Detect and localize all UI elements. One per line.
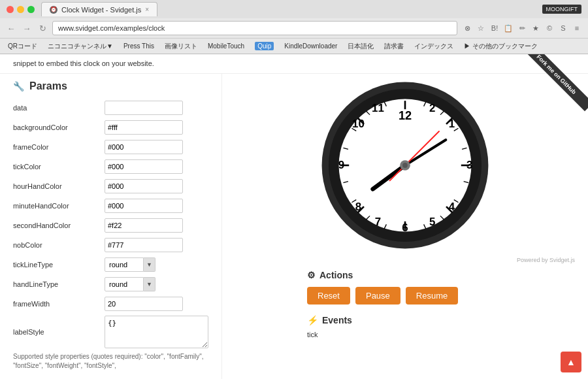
clock-svg: 12 1 3 4 5 6 7 8 9 10 11 2 xyxy=(320,80,490,250)
param-input-minuteHandColor[interactable] xyxy=(105,199,183,213)
bookmark-images-label: 画像リスト xyxy=(165,42,197,51)
param-row: hourHandColor xyxy=(13,178,208,194)
param-label-data: data xyxy=(13,104,105,112)
param-textarea-labelStyle[interactable] xyxy=(105,316,208,348)
param-select-arrow-handLineType[interactable]: ▼ xyxy=(144,277,155,291)
bookmark-images[interactable]: 画像リスト xyxy=(162,41,200,52)
param-row: frameColor xyxy=(13,139,208,155)
svg-text:8: 8 xyxy=(355,200,361,212)
forward-button[interactable]: → xyxy=(21,22,33,34)
bookmark-more[interactable]: ▶ その他のブックマーク xyxy=(461,41,540,52)
supported-text: Supported style properties (quotes requi… xyxy=(13,352,208,371)
actions-title: Actions xyxy=(319,270,353,280)
resume-button[interactable]: Resume xyxy=(406,287,458,305)
stop-icon[interactable]: ⊗ xyxy=(461,22,473,34)
param-label-minuteHandColor: minuteHandColor xyxy=(13,202,105,210)
ext2-icon[interactable]: 📋 xyxy=(502,22,514,34)
actions-buttons: Reset Pause Resume xyxy=(307,287,503,305)
svg-text:2: 2 xyxy=(429,102,435,114)
param-input-frameColor[interactable] xyxy=(105,140,183,154)
events-header: ⚡ Events xyxy=(307,315,503,325)
browser-chrome: ⏰ Clock Widget - Svidget.js × MOONGIFT ←… xyxy=(0,0,588,54)
bookmark-press[interactable]: Press This xyxy=(121,42,157,50)
traffic-lights xyxy=(7,6,35,13)
param-label-tickLineType: tickLineType xyxy=(13,261,105,269)
param-input-backgroundColor[interactable] xyxy=(105,120,183,135)
minimize-light[interactable] xyxy=(17,6,24,13)
bookmark-invoice[interactable]: 請求書 xyxy=(382,41,406,52)
tab-close-button[interactable]: × xyxy=(145,6,149,13)
moongift-badge: MOONGIFT xyxy=(542,5,582,14)
param-input-secondHandColor[interactable] xyxy=(105,218,183,233)
bookmark-press-label: Press This xyxy=(123,42,154,50)
param-input-frameWidth[interactable] xyxy=(105,297,183,311)
param-input-hourHandColor[interactable] xyxy=(105,179,183,193)
tab-favicon: ⏰ xyxy=(50,6,57,14)
svg-text:1: 1 xyxy=(449,117,455,129)
ext6-icon[interactable]: S xyxy=(557,22,569,34)
param-label-labelStyle: labelStyle xyxy=(13,328,105,336)
fork-ribbon[interactable]: Fork me on GitHub xyxy=(523,54,588,120)
bookmark-nico-label: ニコニコチャンネル▼ xyxy=(48,42,113,51)
bookmark-invoice-label: 請求書 xyxy=(384,42,404,51)
bookmark-index-label: インデックス xyxy=(414,42,453,51)
param-row: backgroundColor xyxy=(13,120,208,135)
back-button[interactable]: ← xyxy=(5,22,17,34)
star-icon[interactable]: ☆ xyxy=(475,22,487,34)
pause-button[interactable]: Pause xyxy=(355,287,400,305)
wrench-icon: 🔧 xyxy=(13,81,24,91)
reset-button[interactable]: Reset xyxy=(307,287,350,305)
param-select-arrow-tickLineType[interactable]: ▼ xyxy=(144,257,155,272)
bookmark-jp[interactable]: 日本語化 xyxy=(345,41,376,52)
bookmark-qr[interactable]: QRコード xyxy=(5,41,40,52)
close-light[interactable] xyxy=(7,6,14,13)
bookmark-quip[interactable]: Quip xyxy=(252,41,276,51)
bookmark-kindle[interactable]: KindleDownloader xyxy=(282,42,340,50)
param-row: secondHandColor xyxy=(13,218,208,233)
ext1-icon[interactable]: B! xyxy=(489,22,500,34)
actions-header: ⚙ Actions xyxy=(307,270,503,280)
param-label-frameColor: frameColor xyxy=(13,143,105,151)
intro-text: snippet to embed this clock on your webs… xyxy=(0,54,588,74)
param-input-nobColor[interactable] xyxy=(105,238,183,252)
param-row: tickColor xyxy=(13,159,208,174)
maximize-light[interactable] xyxy=(27,6,35,13)
svg-text:10: 10 xyxy=(352,117,365,129)
param-label-backgroundColor: backgroundColor xyxy=(13,124,105,131)
param-select-display-handLineType[interactable]: round xyxy=(105,277,144,291)
param-label-tickColor: tickColor xyxy=(13,163,105,171)
fork-ribbon-text: Fork me on GitHub xyxy=(523,54,588,111)
address-field[interactable]: www.svidget.com/examples/clock xyxy=(52,21,457,35)
bookmark-mobile[interactable]: MobileTouch xyxy=(205,42,247,50)
scroll-top-button[interactable]: ▲ xyxy=(561,352,581,372)
param-label-handLineType: handLineType xyxy=(13,280,105,288)
bookmark-quip-label: Quip xyxy=(255,42,274,50)
param-select-display-tickLineType[interactable]: round xyxy=(105,257,144,272)
param-row: minuteHandColor xyxy=(13,198,208,214)
svg-text:5: 5 xyxy=(429,216,435,228)
bookmark-index[interactable]: インデックス xyxy=(412,41,456,52)
ext4-icon[interactable]: ★ xyxy=(530,22,542,34)
gear-icon: ⚙ xyxy=(307,270,316,280)
title-bar: ⏰ Clock Widget - Svidget.js × MOONGIFT xyxy=(0,0,588,18)
main-content: Fork me on GitHub snippet to embed this … xyxy=(0,54,588,379)
address-text: www.svidget.com/examples/clock xyxy=(58,24,165,32)
param-input-data[interactable] xyxy=(105,101,183,115)
clock-container: 12 1 3 4 5 6 7 8 9 10 11 2 xyxy=(320,80,490,250)
menu-icon[interactable]: ≡ xyxy=(571,22,583,34)
svg-point-44 xyxy=(402,163,408,168)
browser-actions: ⊗ ☆ B! 📋 ✏ ★ © S ≡ xyxy=(461,22,583,34)
svg-text:11: 11 xyxy=(372,102,384,114)
param-row: nobColor xyxy=(13,237,208,253)
ext5-icon[interactable]: © xyxy=(544,22,555,34)
ext3-icon[interactable]: ✏ xyxy=(516,22,528,34)
bookmark-nico[interactable]: ニコニコチャンネル▼ xyxy=(45,41,116,52)
browser-tab[interactable]: ⏰ Clock Widget - Svidget.js × xyxy=(41,2,157,16)
bookmarks-bar: QRコード ニコニコチャンネル▼ Press This 画像リスト Mobile… xyxy=(0,38,588,54)
content-body: 🔧 Params databackgroundColorframeColorti… xyxy=(0,74,588,380)
param-label-hourHandColor: hourHandColor xyxy=(13,182,105,190)
lightning-icon: ⚡ xyxy=(307,315,318,325)
param-select-wrapper-handLineType: round▼ xyxy=(105,277,155,291)
refresh-button[interactable]: ↻ xyxy=(37,22,48,34)
param-input-tickColor[interactable] xyxy=(105,159,183,174)
